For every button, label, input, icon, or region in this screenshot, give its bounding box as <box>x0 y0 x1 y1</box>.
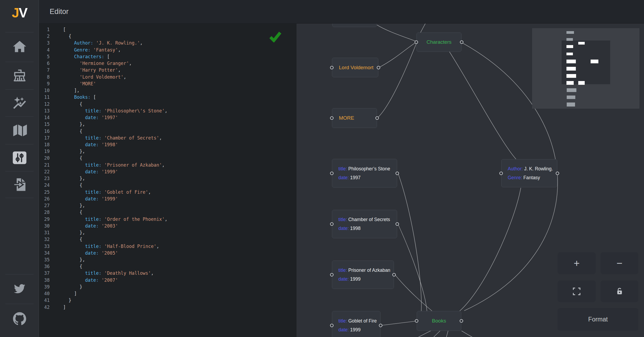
line-number: 5 <box>39 53 50 60</box>
edge <box>380 42 416 67</box>
zoom-out-button[interactable]: − <box>601 252 638 274</box>
code-line[interactable]: 35 }, <box>39 257 297 263</box>
node-row: title: Goblet of Fire <box>338 317 380 325</box>
node-book-goblet-of-fire[interactable]: title: Goblet of Fire date: 1999 <box>332 311 380 337</box>
sidebar-item-settings[interactable] <box>0 147 39 169</box>
code-line[interactable]: 16 { <box>39 128 297 135</box>
code-editor[interactable]: 1[2 {3 Author: 'J. K. Rowling.',4 Genre:… <box>39 24 297 337</box>
code-line[interactable]: 1[ <box>39 26 297 33</box>
node-row: Genre: Fantasy <box>508 173 557 182</box>
code-line[interactable]: 11 Books: [ <box>39 94 297 101</box>
line-number: 24 <box>39 182 50 189</box>
graph-canvas[interactable]: Characters Lord Voldemort MORE title: Ph… <box>297 24 644 337</box>
code-line[interactable]: 25 title: 'Goblet of Fire', <box>39 189 297 196</box>
edge <box>395 275 432 311</box>
code-line[interactable]: 3 Author: 'J. K. Rowling.', <box>39 40 297 46</box>
node-row: title: Philosopher’s Stone <box>338 164 397 173</box>
code-line[interactable]: 33 title: 'Half-Blood Prince', <box>39 243 297 250</box>
code-line[interactable]: 9 'MORE' <box>39 80 297 87</box>
minimap-node-mark <box>566 53 573 55</box>
code-line[interactable]: 8 'Lord Voldemort', <box>39 74 297 80</box>
line-number: 30 <box>39 223 50 229</box>
node-partial-top[interactable] <box>332 24 377 27</box>
minimap-node-mark <box>591 60 598 63</box>
code-line[interactable]: 5 Characters: [ <box>39 53 297 60</box>
sidebar-item-map[interactable] <box>0 120 39 141</box>
node-characters[interactable]: Characters <box>416 32 462 52</box>
code-line[interactable]: 20 { <box>39 155 297 162</box>
code-line[interactable]: 28 { <box>39 209 297 216</box>
code-line[interactable]: 40 ] <box>39 290 297 297</box>
sidebar-item-twitter[interactable] <box>0 278 39 299</box>
code-line[interactable]: 13 title: 'Philosopher\'s Stone', <box>39 108 297 114</box>
app-logo[interactable]: J V <box>0 3 39 23</box>
github-icon <box>12 311 27 326</box>
brush-icon <box>12 68 27 84</box>
minimap-node-mark <box>566 45 573 48</box>
node-port-icon <box>415 41 418 44</box>
node-more[interactable]: MORE <box>332 108 377 128</box>
line-number: 15 <box>39 121 50 128</box>
line-number: 6 <box>39 60 50 67</box>
sliders-icon <box>12 150 27 166</box>
node-book-philosophers-stone[interactable]: title: Philosopher’s Stone date: 1997 <box>332 159 397 188</box>
sidebar-item-github[interactable] <box>0 308 39 329</box>
code-line[interactable]: 38 date: '2007' <box>39 277 297 284</box>
code-line[interactable]: 19 }, <box>39 148 297 155</box>
node-books[interactable]: Books <box>417 311 461 331</box>
code-line[interactable]: 15 }, <box>39 121 297 128</box>
sidebar-item-import[interactable] <box>0 174 39 195</box>
sidebar-item-clean[interactable] <box>0 65 39 87</box>
line-number: 7 <box>39 67 50 74</box>
code-line[interactable]: 21 title: 'Prisoner of Azkaban', <box>39 162 297 169</box>
code-line[interactable]: 4 Genre: 'Fantasy', <box>39 47 297 53</box>
minimap-node-mark <box>578 81 585 85</box>
node-port-icon <box>396 222 399 226</box>
code-line[interactable]: 26 date: '1999' <box>39 196 297 202</box>
line-number: 10 <box>39 87 50 94</box>
code-line[interactable]: 14 date: '1997' <box>39 114 297 121</box>
code-line[interactable]: 37 title: 'Deathly Hallows', <box>39 270 297 277</box>
line-number: 31 <box>39 229 50 236</box>
edge <box>460 188 521 311</box>
code-line[interactable]: 31 }, <box>39 229 297 236</box>
lock-button[interactable] <box>601 280 638 302</box>
node-lord-voldemort[interactable]: Lord Voldemort <box>332 58 378 77</box>
node-author-genre[interactable]: Author: J. K. Rowling. Genre: Fantasy <box>501 159 557 187</box>
code-line[interactable]: 27 }, <box>39 202 297 209</box>
node-row: date: 1997 <box>338 173 397 182</box>
code-line[interactable]: 2 { <box>39 33 297 40</box>
code-line[interactable]: 29 title: 'Order of the Phoenix', <box>39 216 297 223</box>
code-line[interactable]: 22 date: '1999' <box>39 169 297 175</box>
code-line[interactable]: 42] <box>39 304 297 311</box>
node-row: Author: J. K. Rowling. <box>508 164 557 173</box>
code-line[interactable]: 41 } <box>39 297 297 304</box>
zoom-in-button[interactable]: + <box>558 252 596 274</box>
code-line[interactable]: 39 } <box>39 284 297 290</box>
sidebar: J V <box>0 0 39 337</box>
line-number: 27 <box>39 202 50 209</box>
code-line[interactable]: 36 { <box>39 263 297 270</box>
code-line[interactable]: 17 title: 'Chamber of Secrets', <box>39 135 297 141</box>
code-line[interactable]: 10 ], <box>39 87 297 94</box>
twitter-icon <box>12 281 27 296</box>
node-label: MORE <box>339 115 354 121</box>
minimap[interactable] <box>532 28 639 109</box>
code-line[interactable]: 18 date: '1998' <box>39 141 297 148</box>
node-book-chamber-of-secrets[interactable]: title: Chamber of Secrets date: 1998 <box>332 210 397 238</box>
sidebar-divider <box>5 171 34 171</box>
code-line[interactable]: 6 'Hermione Granger', <box>39 60 297 67</box>
code-line[interactable]: 30 date: '2003' <box>39 223 297 229</box>
line-number: 20 <box>39 155 50 162</box>
sidebar-item-auto-format[interactable] <box>0 92 39 114</box>
code-line[interactable]: 23 }, <box>39 175 297 182</box>
code-line[interactable]: 32 { <box>39 236 297 243</box>
code-line[interactable]: 34 date: '2005' <box>39 250 297 257</box>
node-book-prisoner-of-azkaban[interactable]: title: Prisoner of Azkaban date: 1999 <box>332 261 394 289</box>
code-line[interactable]: 7 'Harry Potter', <box>39 67 297 74</box>
sidebar-item-home[interactable] <box>0 36 39 58</box>
format-button[interactable]: Format <box>558 308 638 331</box>
code-line[interactable]: 12 { <box>39 101 297 108</box>
code-line[interactable]: 24 { <box>39 182 297 189</box>
fit-view-button[interactable] <box>558 280 596 302</box>
